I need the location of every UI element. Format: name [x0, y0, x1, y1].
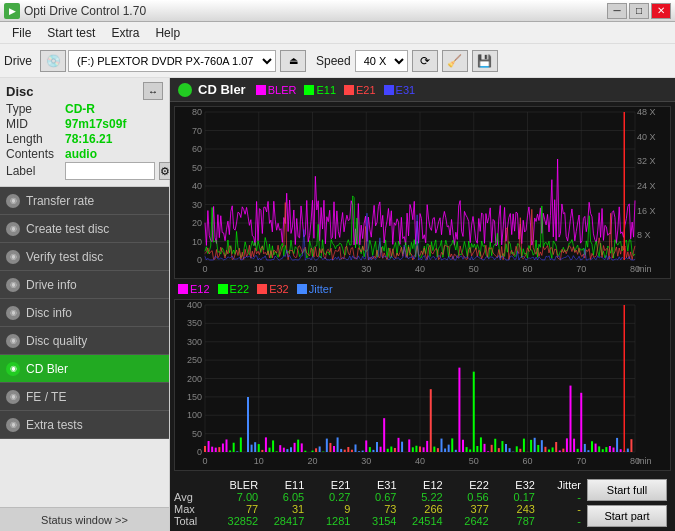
row-max-e21: 9: [306, 503, 352, 515]
clear-button[interactable]: 🧹: [442, 50, 468, 72]
nav-item-create-test-disc[interactable]: ◉ Create test disc: [0, 215, 169, 243]
row-avg-label: Avg: [174, 491, 214, 503]
legend-e12: E12: [178, 283, 210, 295]
row-avg-e11: 6.05: [260, 491, 306, 503]
nav-icon-fe-te: ◉: [6, 390, 20, 404]
refresh-button[interactable]: ⟳: [412, 50, 438, 72]
legend-dot-e31: [384, 85, 394, 95]
col-e22: E22: [445, 479, 491, 491]
app-title: Opti Drive Control 1.70: [24, 4, 146, 18]
nav-item-drive-info[interactable]: ◉ Drive info: [0, 271, 169, 299]
menu-file[interactable]: File: [4, 24, 39, 42]
nav-item-extra-tests[interactable]: ◉ Extra tests: [0, 411, 169, 439]
legend-label-e11: E11: [316, 84, 336, 96]
disc-section: Disc ↔ Type CD-R MID 97m17s09f Length 78…: [0, 78, 169, 187]
nav-item-cd-bler[interactable]: ◉ CD Bler: [0, 355, 169, 383]
speed-select[interactable]: 40 X: [355, 50, 408, 72]
save-button[interactable]: 💾: [472, 50, 498, 72]
table-header: BLER E11 E21 E31 E12 E22 E32 Jitter: [174, 479, 583, 491]
status-window-button[interactable]: Status window >>: [0, 507, 169, 531]
row-max-e12: 266: [399, 503, 445, 515]
nav-label-verify-test-disc: Verify test disc: [26, 250, 103, 264]
nav-label-fe-te: FE / TE: [26, 390, 66, 404]
nav-label-disc-info: Disc info: [26, 306, 72, 320]
legend-label-bler: BLER: [268, 84, 297, 96]
drive-select[interactable]: (F:) PLEXTOR DVDR PX-760A 1.07: [68, 50, 276, 72]
table-row-avg: Avg 7.00 6.05 0.27 0.67 5.22 0.56 0.17 -: [174, 491, 583, 503]
menu-extra[interactable]: Extra: [103, 24, 147, 42]
row-total-e31: 3154: [352, 515, 398, 527]
nav-label-cd-bler: CD Bler: [26, 362, 68, 376]
menu-bar: File Start test Extra Help: [0, 22, 675, 44]
legend-dot-jitter: [297, 284, 307, 294]
row-avg-jitter: -: [537, 491, 583, 503]
row-total-e21: 1281: [306, 515, 352, 527]
col-e31: E31: [352, 479, 398, 491]
nav-icon-disc-info: ◉: [6, 306, 20, 320]
legend-dot-e11: [304, 85, 314, 95]
legend-dot-e22: [218, 284, 228, 294]
row-avg-e31: 0.67: [352, 491, 398, 503]
lower-chart: [174, 299, 671, 471]
row-total-label: Total: [174, 515, 214, 527]
drive-label: Drive: [4, 54, 36, 68]
title-bar: ▶ Opti Drive Control 1.70 ─ □ ✕: [0, 0, 675, 22]
nav-label-create-test-disc: Create test disc: [26, 222, 109, 236]
row-avg-bler: 7.00: [214, 491, 260, 503]
left-panel: Disc ↔ Type CD-R MID 97m17s09f Length 78…: [0, 78, 170, 531]
lower-chart-legend: E12 E22 E32 Jitter: [174, 281, 671, 297]
legend-dot-e12: [178, 284, 188, 294]
upper-chart-canvas: [175, 107, 670, 278]
start-full-button[interactable]: Start full: [587, 479, 667, 501]
chart-legend: BLER E11 E21 E31: [256, 84, 415, 96]
disc-refresh-button[interactable]: ↔: [143, 82, 163, 100]
action-buttons: Start full Start part: [587, 479, 667, 527]
table-row-max: Max 77 31 9 73 266 377 243 -: [174, 503, 583, 515]
nav-item-disc-quality[interactable]: ◉ Disc quality: [0, 327, 169, 355]
charts-area: E12 E22 E32 Jitter: [170, 102, 675, 475]
legend-e22: E22: [218, 283, 250, 295]
contents-label: Contents: [6, 147, 61, 161]
close-button[interactable]: ✕: [651, 3, 671, 19]
lower-chart-canvas: [175, 300, 670, 470]
nav-label-extra-tests: Extra tests: [26, 418, 83, 432]
eject-button[interactable]: ⏏: [280, 50, 306, 72]
col-bler: BLER: [214, 479, 260, 491]
row-max-bler: 77: [214, 503, 260, 515]
row-avg-e12: 5.22: [399, 491, 445, 503]
mid-value: 97m17s09f: [65, 117, 126, 131]
row-avg-e22: 0.56: [445, 491, 491, 503]
chart-title: CD Bler: [198, 82, 246, 97]
nav-icon-create-test-disc: ◉: [6, 222, 20, 236]
label-input[interactable]: [65, 162, 155, 180]
label-label: Label: [6, 164, 61, 178]
data-table: BLER E11 E21 E31 E12 E22 E32 Jitter Avg …: [174, 479, 583, 527]
drive-icon-btn: 💿: [40, 50, 66, 72]
menu-help[interactable]: Help: [147, 24, 188, 42]
nav-item-disc-info[interactable]: ◉ Disc info: [0, 299, 169, 327]
nav-item-transfer-rate[interactable]: ◉ Transfer rate: [0, 187, 169, 215]
window-controls: ─ □ ✕: [607, 3, 671, 19]
drive-select-area: 💿 (F:) PLEXTOR DVDR PX-760A 1.07: [40, 50, 276, 72]
menu-start-test[interactable]: Start test: [39, 24, 103, 42]
nav-icon-drive-info: ◉: [6, 278, 20, 292]
chart-header: CD Bler BLER E11 E21 E31: [170, 78, 675, 102]
contents-value: audio: [65, 147, 97, 161]
legend-dot-bler: [256, 85, 266, 95]
legend-label-e12: E12: [190, 283, 210, 295]
nav-item-verify-test-disc[interactable]: ◉ Verify test disc: [0, 243, 169, 271]
nav-icon-extra-tests: ◉: [6, 418, 20, 432]
disc-title: Disc: [6, 84, 33, 99]
col-e21: E21: [306, 479, 352, 491]
nav-icon-transfer-rate: ◉: [6, 194, 20, 208]
nav-label-disc-quality: Disc quality: [26, 334, 87, 348]
row-max-jitter: -: [537, 503, 583, 515]
nav-item-fe-te[interactable]: ◉ FE / TE: [0, 383, 169, 411]
legend-e32: E32: [257, 283, 289, 295]
legend-label-e32: E32: [269, 283, 289, 295]
minimize-button[interactable]: ─: [607, 3, 627, 19]
legend-e31: E31: [384, 84, 416, 96]
row-max-e32: 243: [491, 503, 537, 515]
start-part-button[interactable]: Start part: [587, 505, 667, 527]
maximize-button[interactable]: □: [629, 3, 649, 19]
